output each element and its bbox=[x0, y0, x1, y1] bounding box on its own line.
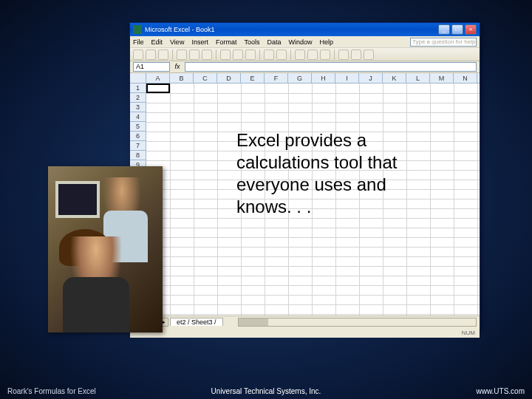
menubar: File Edit View Insert Format Tools Data … bbox=[130, 36, 480, 48]
status-num: NUM bbox=[462, 330, 475, 336]
help-search-input[interactable]: Type a question for help bbox=[410, 38, 477, 47]
sheet-tab[interactable]: et2 / Sheet3 / bbox=[170, 318, 223, 326]
active-cell[interactable] bbox=[146, 83, 170, 93]
footer-left: Roark's Formulas for Excel bbox=[7, 387, 96, 395]
titlebar: Microsoft Excel - Book1 _ □ × bbox=[130, 23, 480, 36]
status-bar: NUM bbox=[130, 327, 480, 338]
menu-file[interactable]: File bbox=[133, 38, 144, 46]
preview-icon[interactable] bbox=[189, 50, 200, 60]
col-header[interactable]: H bbox=[312, 73, 335, 83]
slide-footer: Roark's Formulas for Excel Universal Tec… bbox=[0, 383, 532, 399]
spell-icon[interactable] bbox=[202, 50, 212, 60]
person-shape bbox=[100, 177, 144, 244]
window-buttons: _ □ × bbox=[438, 24, 477, 35]
col-header[interactable]: L bbox=[406, 73, 430, 83]
excel-icon bbox=[133, 25, 142, 34]
menu-insert[interactable]: Insert bbox=[191, 38, 208, 46]
col-header[interactable]: I bbox=[335, 73, 359, 83]
col-header[interactable]: E bbox=[241, 73, 265, 83]
col-header[interactable]: A bbox=[146, 73, 170, 83]
sort-asc-icon[interactable] bbox=[307, 50, 318, 60]
select-all-corner[interactable] bbox=[130, 73, 146, 83]
sum-icon[interactable] bbox=[295, 50, 305, 60]
col-header[interactable]: G bbox=[288, 73, 312, 83]
menu-window[interactable]: Window bbox=[288, 38, 312, 46]
formula-bar: A1 fx bbox=[130, 61, 480, 73]
row-header[interactable]: 1 bbox=[130, 83, 146, 93]
slide-body-text: Excel provides a calculations tool that … bbox=[236, 129, 429, 218]
close-button[interactable]: × bbox=[465, 24, 477, 35]
undo-icon[interactable] bbox=[264, 50, 274, 60]
minimize-button[interactable]: _ bbox=[438, 24, 450, 35]
person-shape bbox=[63, 236, 129, 325]
row-header[interactable]: 6 bbox=[130, 132, 146, 141]
horizontal-scrollbar[interactable] bbox=[238, 318, 477, 327]
sheet-tabs: ◂ ‹ › ▸ et2 / Sheet3 / bbox=[130, 316, 480, 327]
menu-tools[interactable]: Tools bbox=[244, 38, 259, 46]
row-header[interactable]: 7 bbox=[130, 141, 146, 151]
redo-icon[interactable] bbox=[276, 50, 287, 60]
paste-icon[interactable] bbox=[245, 50, 256, 60]
new-icon[interactable] bbox=[133, 50, 143, 60]
col-header[interactable]: B bbox=[170, 73, 194, 83]
save-icon[interactable] bbox=[158, 50, 168, 60]
col-header[interactable]: M bbox=[430, 73, 454, 83]
col-header[interactable]: J bbox=[359, 73, 383, 83]
people-photo bbox=[48, 166, 163, 332]
zoom-icon[interactable] bbox=[351, 50, 361, 60]
chart-icon[interactable] bbox=[338, 50, 349, 60]
copy-icon[interactable] bbox=[233, 50, 243, 60]
column-headers: A B C D E F G H I J K L M N bbox=[146, 73, 480, 83]
help-icon[interactable] bbox=[364, 50, 374, 60]
row-header[interactable]: 8 bbox=[130, 151, 146, 160]
col-header[interactable]: D bbox=[217, 73, 241, 83]
separator-icon bbox=[259, 50, 260, 60]
col-header[interactable]: C bbox=[194, 73, 217, 83]
separator-icon bbox=[216, 50, 216, 60]
row-header[interactable]: 2 bbox=[130, 93, 146, 103]
toolbar-standard bbox=[130, 48, 480, 61]
col-header[interactable]: F bbox=[265, 73, 288, 83]
menu-data[interactable]: Data bbox=[267, 38, 281, 46]
print-icon[interactable] bbox=[177, 50, 187, 60]
separator-icon bbox=[290, 50, 291, 60]
menu-format[interactable]: Format bbox=[216, 38, 237, 46]
maximize-button[interactable]: □ bbox=[451, 24, 463, 35]
scroll-thumb[interactable] bbox=[239, 318, 268, 326]
menu-edit[interactable]: Edit bbox=[151, 38, 163, 46]
fx-icon[interactable]: fx bbox=[173, 63, 182, 72]
row-header[interactable]: 4 bbox=[130, 112, 146, 122]
window-title: Microsoft Excel - Book1 bbox=[145, 26, 438, 33]
col-header[interactable]: N bbox=[454, 73, 477, 83]
row-header[interactable]: 5 bbox=[130, 122, 146, 132]
sort-desc-icon[interactable] bbox=[320, 50, 330, 60]
footer-link[interactable]: www.UTS.com bbox=[476, 387, 525, 395]
formula-input[interactable] bbox=[185, 62, 477, 72]
menu-help[interactable]: Help bbox=[319, 38, 333, 46]
open-icon[interactable] bbox=[146, 50, 156, 60]
separator-icon bbox=[334, 50, 335, 60]
name-box[interactable]: A1 bbox=[133, 62, 170, 72]
cut-icon[interactable] bbox=[220, 50, 231, 60]
row-header[interactable]: 3 bbox=[130, 103, 146, 112]
col-header[interactable]: K bbox=[383, 73, 406, 83]
footer-center: Universal Technical Systems, Inc. bbox=[211, 387, 321, 395]
separator-icon bbox=[172, 50, 173, 60]
monitor-shape bbox=[55, 181, 100, 218]
menu-view[interactable]: View bbox=[170, 38, 184, 46]
